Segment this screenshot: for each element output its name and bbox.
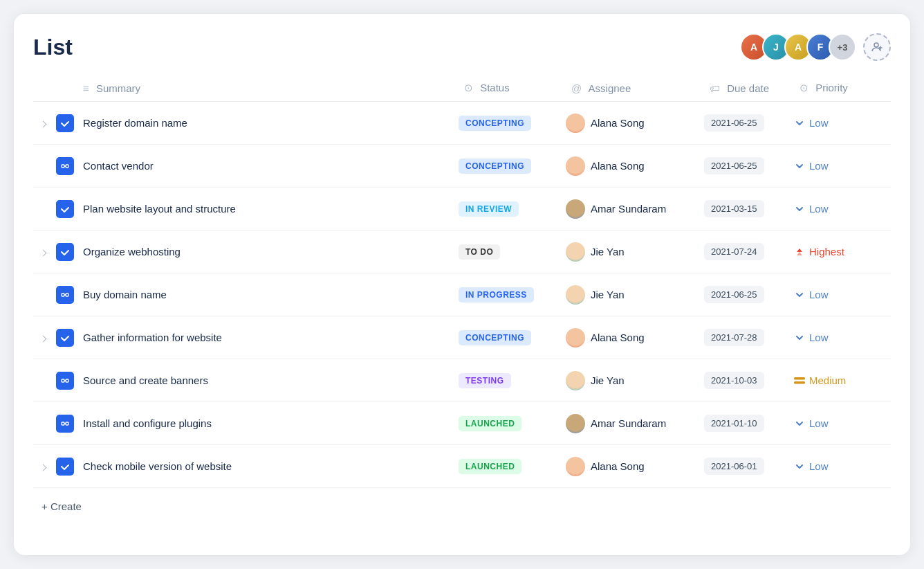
duedate-cell: 2021-07-24 [704,231,794,273]
task-type-cell [53,145,77,188]
status-cell: IN PROGRESS [459,273,566,316]
assignee-avatar [566,156,585,176]
summary-icon: ≡ [83,82,89,94]
page-title: List [33,35,73,60]
create-button[interactable]: + Create [33,488,891,525]
assignee-cell: Jie Yan [566,273,704,316]
duedate-label: Due date [727,82,769,94]
priority-content: Low [794,332,891,343]
expand-cell[interactable] [33,445,53,488]
assignee-name: Jie Yan [591,374,625,386]
status-cell: IN REVIEW [459,188,566,231]
main-card: List A J A F +3 ≡ Summary [14,14,910,555]
status-label: Status [480,82,510,93]
priority-label: Priority [815,82,848,93]
table-row[interactable]: Source and create bannersTESTING Jie Yan… [33,359,891,402]
header: List A J A F +3 [33,33,891,61]
priority-content: Highest [794,246,891,258]
status-icon: ⊙ [464,82,473,93]
duedate-badge: 2021-03-15 [704,200,764,217]
assignee-cell: Alana Song [566,102,704,145]
assignee-content: Alana Song [566,114,704,133]
table-row[interactable]: Gather information for websiteCONCEPTING… [33,316,891,359]
summary-cell: Install and configure plugins [77,402,459,445]
assignee-avatar [566,199,585,219]
priority-content: Low [794,289,891,300]
assignee-content: Amar Sundaram [566,414,704,433]
assignee-content: Alana Song [566,156,704,176]
status-badge: IN REVIEW [459,201,519,217]
assignee-label: Assignee [589,82,631,94]
table-row[interactable]: Contact vendorCONCEPTING Alana Song 2021… [33,145,891,188]
check-icon [56,458,74,476]
expand-arrow[interactable] [39,250,46,257]
col-type-header [53,75,77,102]
priority-content: Low [794,460,891,472]
duedate-badge: 2021-07-28 [704,329,764,346]
table-row[interactable]: Register domain nameCONCEPTING Alana Son… [33,102,891,145]
priority-cell: Low [794,273,891,316]
check-icon [56,114,74,132]
svg-point-0 [874,43,878,47]
link-icon [56,372,74,390]
table-header-row: ≡ Summary ⊙ Status @ Assignee 🏷 Due date… [33,75,891,102]
status-cell: CONCEPTING [459,102,566,145]
svg-rect-2 [66,165,68,168]
expand-cell[interactable] [33,316,53,359]
expand-cell[interactable] [33,102,53,145]
avatar-more[interactable]: +3 [829,33,856,61]
svg-rect-6 [66,379,68,382]
expand-arrow[interactable] [39,336,46,343]
assignee-cell: Jie Yan [566,359,704,402]
table-row[interactable]: Organize webhostingTO DO Jie Yan 2021-07… [33,231,891,273]
status-cell: LAUNCHED [459,445,566,488]
assignee-name: Jie Yan [591,289,625,300]
status-badge: IN PROGRESS [459,287,534,302]
svg-rect-8 [794,381,805,384]
assignee-avatar [566,328,585,347]
task-type-cell [53,445,77,488]
status-cell: CONCEPTING [459,316,566,359]
svg-rect-7 [794,377,805,380]
status-badge: CONCEPTING [459,159,531,174]
priority-low-icon [794,161,805,172]
assignee-avatar [566,457,585,476]
task-type-cell [53,402,77,445]
priority-cell: Low [794,402,891,445]
add-user-button[interactable] [863,33,891,61]
duedate-cell: 2021-10-03 [704,359,794,402]
task-type-cell [53,273,77,316]
col-priority-header: ⊙ Priority [794,75,891,102]
task-type-cell [53,231,77,273]
assignee-avatar [566,371,585,390]
avatar-group: A J A F +3 [740,33,891,61]
priority-content: Low [794,160,891,172]
task-type-cell [53,359,77,402]
assignee-avatar [566,114,585,133]
status-badge: LAUNCHED [459,459,521,474]
duedate-badge: 2021-10-03 [704,372,764,389]
table-row[interactable]: Install and configure pluginsLAUNCHED Am… [33,402,891,445]
expand-cell [33,188,53,231]
expand-arrow[interactable] [39,464,46,471]
status-cell: LAUNCHED [459,402,566,445]
expand-arrow[interactable] [39,121,46,128]
priority-low-icon [794,418,805,429]
assignee-content: Jie Yan [566,285,704,305]
table-row[interactable]: Buy domain nameIN PROGRESS Jie Yan 2021-… [33,273,891,316]
priority-content: Medium [794,374,891,386]
check-icon [56,243,74,261]
task-table: ≡ Summary ⊙ Status @ Assignee 🏷 Due date… [33,75,891,488]
summary-cell: Contact vendor [77,145,459,188]
duedate-cell: 2021-01-10 [704,402,794,445]
priority-text: Low [809,332,829,343]
check-icon [56,200,74,218]
task-type-cell [53,316,77,359]
expand-cell[interactable] [33,231,53,273]
table-row[interactable]: Check mobile version of websiteLAUNCHED … [33,445,891,488]
duedate-cell: 2021-06-25 [704,145,794,188]
assignee-name: Alana Song [591,332,645,343]
table-row[interactable]: Plan website layout and structureIN REVI… [33,188,891,231]
assignee-name: Alana Song [591,460,645,472]
priority-cell: Low [794,445,891,488]
